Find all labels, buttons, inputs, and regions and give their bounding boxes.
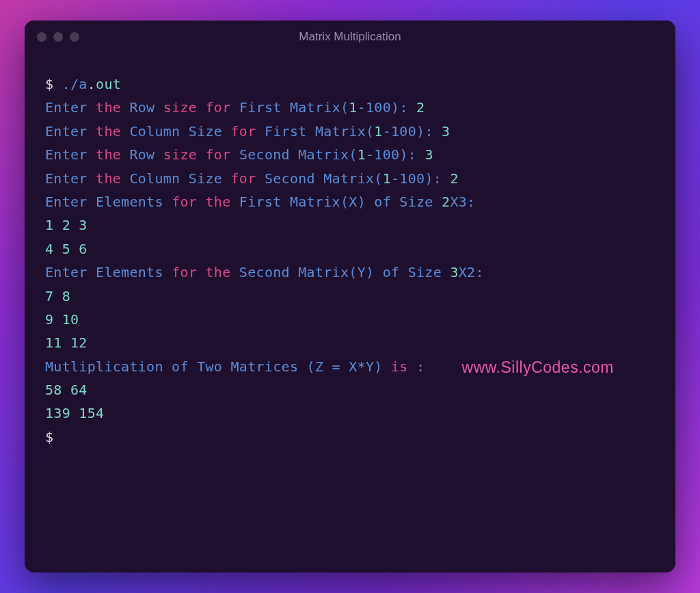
terminal-line: 11 12 bbox=[45, 331, 655, 354]
terminal-line: Enter the Row size for First Matrix(1-10… bbox=[45, 96, 655, 119]
close-icon[interactable] bbox=[37, 32, 46, 42]
watermark: www.SillyCodes.com bbox=[462, 354, 614, 382]
terminal-line: Enter the Column Size for Second Matrix(… bbox=[45, 167, 655, 190]
terminal-line: 7 8 bbox=[45, 285, 655, 308]
terminal-line: 1 2 3 bbox=[45, 213, 655, 237]
terminal-line: 139 154 bbox=[45, 401, 655, 425]
title-bar: Matrix Multiplication bbox=[25, 21, 675, 53]
prompt: $ bbox=[45, 425, 655, 449]
maximize-icon[interactable] bbox=[70, 32, 79, 42]
command-text: . bbox=[88, 76, 96, 92]
prompt: $ bbox=[45, 76, 53, 92]
terminal-line: 9 10 bbox=[45, 308, 655, 331]
terminal-line: Enter Elements for the Second Matrix(Y) … bbox=[45, 261, 655, 284]
traffic-lights bbox=[37, 32, 79, 42]
window-title: Matrix Multiplication bbox=[299, 30, 401, 44]
terminal-window: Matrix Multiplication $ ./a.out Enter th… bbox=[25, 21, 675, 572]
terminal-line: 58 64 bbox=[45, 378, 655, 401]
command-text: ./a bbox=[62, 76, 88, 92]
terminal-line: Enter the Column Size for First Matrix(1… bbox=[45, 120, 655, 143]
minimize-icon[interactable] bbox=[53, 32, 63, 42]
terminal-content[interactable]: $ ./a.out Enter the Row size for First M… bbox=[25, 53, 675, 572]
terminal-line: Enter Elements for the First Matrix(X) o… bbox=[45, 190, 655, 213]
terminal-line: Enter the Row size for Second Matrix(1-1… bbox=[45, 143, 655, 166]
command-text: out bbox=[96, 76, 121, 92]
terminal-line: 4 5 6 bbox=[45, 237, 655, 261]
terminal-line: $ ./a.out bbox=[45, 73, 655, 96]
